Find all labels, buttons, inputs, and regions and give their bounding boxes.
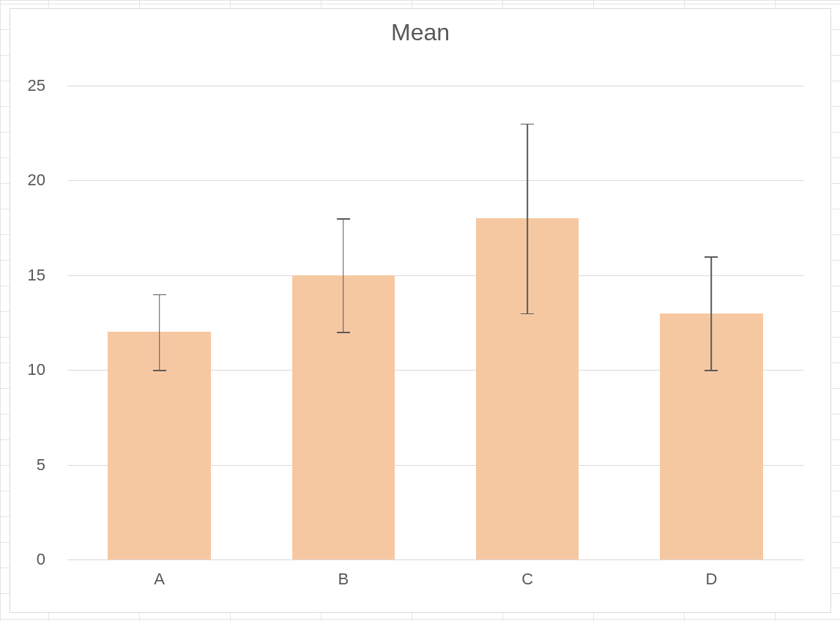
x-axis-tick-label: D	[667, 570, 755, 589]
chart-gridline	[67, 86, 803, 86]
error-bar	[711, 256, 713, 370]
y-axis-tick-label: 5	[9, 455, 45, 475]
y-axis-tick-label: 25	[9, 76, 45, 95]
y-axis-tick-label: 15	[9, 266, 45, 285]
y-axis-tick-label: 20	[9, 171, 45, 190]
error-bar-cap	[337, 218, 350, 220]
y-axis-tick-label: 10	[9, 360, 45, 379]
sheet-gridline-h	[0, 619, 840, 620]
chart-gridline	[67, 180, 803, 181]
error-bar-cap	[521, 124, 534, 125]
sheet-gridline-v	[0, 0, 1, 621]
chart-gridline	[67, 559, 803, 560]
error-bar-cap	[337, 332, 350, 333]
x-axis-tick-label: B	[300, 570, 387, 589]
error-bar	[527, 124, 528, 313]
error-bar-cap	[705, 370, 718, 371]
x-axis-tick-label: C	[483, 570, 571, 589]
error-bar	[343, 218, 344, 332]
x-axis-tick-label: A	[116, 570, 204, 589]
chart-container[interactable]: Mean 0510152025ABCD	[10, 8, 831, 613]
chart-gridline	[67, 275, 803, 276]
plot-area: 0510152025ABCD	[67, 86, 803, 559]
error-bar-cap	[153, 370, 166, 371]
sheet-gridline-h	[0, 4, 840, 4]
error-bar-cap	[153, 294, 166, 296]
y-axis-tick-label: 0	[9, 550, 45, 569]
error-bar	[159, 294, 160, 371]
error-bar-cap	[521, 313, 534, 315]
error-bar-cap	[705, 256, 718, 258]
chart-title: Mean	[10, 19, 830, 46]
sheet-gridline-h	[0, 0, 840, 1]
